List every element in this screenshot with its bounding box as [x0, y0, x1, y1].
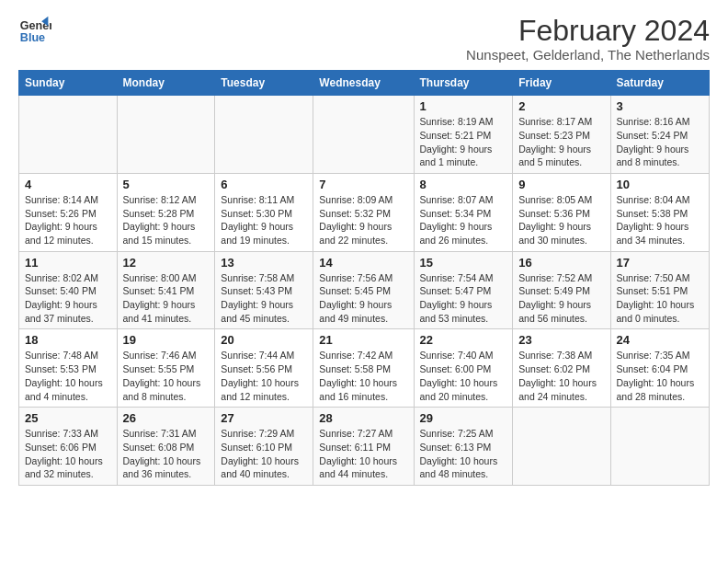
calendar-cell: 25Sunrise: 7:33 AM Sunset: 6:06 PM Dayli… [19, 408, 118, 486]
calendar-cell [117, 96, 215, 174]
day-number: 28 [319, 411, 407, 425]
calendar-cell: 27Sunrise: 7:29 AM Sunset: 6:10 PM Dayli… [215, 408, 313, 486]
day-info: Sunrise: 7:42 AM Sunset: 5:58 PM Dayligh… [319, 349, 407, 403]
day-number: 8 [420, 178, 507, 191]
day-number: 29 [420, 411, 507, 425]
calendar-cell [513, 408, 610, 486]
day-number: 21 [319, 333, 407, 347]
calendar-cell: 20Sunrise: 7:44 AM Sunset: 5:56 PM Dayli… [215, 329, 313, 408]
day-info: Sunrise: 8:07 AM Sunset: 5:34 PM Dayligh… [420, 193, 507, 247]
main-title: February 2024 [466, 15, 710, 47]
day-number: 1 [420, 99, 507, 113]
day-number: 11 [25, 256, 111, 270]
calendar-cell: 10Sunrise: 8:04 AM Sunset: 5:38 PM Dayli… [610, 173, 709, 251]
day-info: Sunrise: 7:40 AM Sunset: 6:00 PM Dayligh… [420, 349, 507, 403]
day-number: 7 [319, 178, 407, 191]
day-number: 15 [420, 256, 507, 270]
day-info: Sunrise: 7:38 AM Sunset: 6:02 PM Dayligh… [518, 349, 604, 403]
col-header-tuesday: Tuesday [215, 71, 313, 96]
calendar-cell: 9Sunrise: 8:05 AM Sunset: 5:36 PM Daylig… [513, 173, 610, 251]
calendar-cell: 4Sunrise: 8:14 AM Sunset: 5:26 PM Daylig… [19, 173, 118, 251]
day-info: Sunrise: 8:14 AM Sunset: 5:26 PM Dayligh… [25, 193, 111, 247]
day-info: Sunrise: 7:27 AM Sunset: 6:11 PM Dayligh… [319, 427, 407, 481]
calendar-cell: 21Sunrise: 7:42 AM Sunset: 5:58 PM Dayli… [313, 329, 414, 408]
day-info: Sunrise: 7:31 AM Sunset: 6:08 PM Dayligh… [123, 427, 210, 481]
logo-icon: General Blue [18, 15, 51, 48]
day-number: 14 [319, 256, 407, 270]
day-info: Sunrise: 8:12 AM Sunset: 5:28 PM Dayligh… [123, 193, 210, 247]
day-number: 19 [123, 333, 210, 347]
day-info: Sunrise: 8:02 AM Sunset: 5:40 PM Dayligh… [25, 271, 111, 326]
calendar-cell: 12Sunrise: 8:00 AM Sunset: 5:41 PM Dayli… [117, 251, 215, 329]
calendar-cell: 28Sunrise: 7:27 AM Sunset: 6:11 PM Dayli… [313, 408, 414, 486]
calendar-cell: 19Sunrise: 7:46 AM Sunset: 5:55 PM Dayli… [117, 329, 215, 408]
day-number: 27 [221, 411, 307, 425]
day-number: 5 [123, 178, 210, 191]
calendar-cell: 1Sunrise: 8:19 AM Sunset: 5:21 PM Daylig… [414, 96, 513, 174]
day-info: Sunrise: 7:25 AM Sunset: 6:13 PM Dayligh… [420, 427, 507, 481]
col-header-thursday: Thursday [414, 71, 513, 96]
day-info: Sunrise: 8:17 AM Sunset: 5:23 PM Dayligh… [518, 115, 604, 169]
day-number: 4 [25, 178, 111, 191]
calendar-cell: 24Sunrise: 7:35 AM Sunset: 6:04 PM Dayli… [610, 329, 709, 408]
day-info: Sunrise: 7:35 AM Sunset: 6:04 PM Dayligh… [617, 349, 703, 403]
calendar-cell [19, 96, 118, 174]
calendar-cell: 11Sunrise: 8:02 AM Sunset: 5:40 PM Dayli… [19, 251, 118, 329]
day-info: Sunrise: 8:09 AM Sunset: 5:32 PM Dayligh… [319, 193, 407, 247]
day-number: 22 [420, 333, 507, 347]
day-number: 2 [518, 99, 604, 113]
day-info: Sunrise: 7:29 AM Sunset: 6:10 PM Dayligh… [221, 427, 307, 481]
svg-text:Blue: Blue [20, 31, 45, 44]
col-header-saturday: Saturday [610, 71, 709, 96]
page-header: General Blue February 2024 Nunspeet, Gel… [18, 15, 710, 63]
day-info: Sunrise: 8:19 AM Sunset: 5:21 PM Dayligh… [420, 115, 507, 169]
calendar-cell [313, 96, 414, 174]
day-number: 23 [518, 333, 604, 347]
calendar-cell: 2Sunrise: 8:17 AM Sunset: 5:23 PM Daylig… [513, 96, 610, 174]
day-number: 6 [221, 178, 307, 191]
day-number: 16 [518, 256, 604, 270]
day-number: 10 [617, 178, 703, 191]
calendar-cell: 29Sunrise: 7:25 AM Sunset: 6:13 PM Dayli… [414, 408, 513, 486]
calendar-cell: 22Sunrise: 7:40 AM Sunset: 6:00 PM Dayli… [414, 329, 513, 408]
day-info: Sunrise: 8:04 AM Sunset: 5:38 PM Dayligh… [617, 193, 703, 247]
calendar-cell: 18Sunrise: 7:48 AM Sunset: 5:53 PM Dayli… [19, 329, 118, 408]
day-info: Sunrise: 7:56 AM Sunset: 5:45 PM Dayligh… [319, 271, 407, 326]
calendar-cell: 7Sunrise: 8:09 AM Sunset: 5:32 PM Daylig… [313, 173, 414, 251]
day-number: 24 [617, 333, 703, 347]
day-info: Sunrise: 7:50 AM Sunset: 5:51 PM Dayligh… [617, 271, 703, 326]
calendar-cell: 13Sunrise: 7:58 AM Sunset: 5:43 PM Dayli… [215, 251, 313, 329]
calendar-cell: 14Sunrise: 7:56 AM Sunset: 5:45 PM Dayli… [313, 251, 414, 329]
calendar-cell: 17Sunrise: 7:50 AM Sunset: 5:51 PM Dayli… [610, 251, 709, 329]
day-info: Sunrise: 7:58 AM Sunset: 5:43 PM Dayligh… [221, 271, 307, 326]
day-info: Sunrise: 8:05 AM Sunset: 5:36 PM Dayligh… [518, 193, 604, 247]
day-number: 12 [123, 256, 210, 270]
day-number: 13 [221, 256, 307, 270]
calendar-cell: 6Sunrise: 8:11 AM Sunset: 5:30 PM Daylig… [215, 173, 313, 251]
calendar-cell: 15Sunrise: 7:54 AM Sunset: 5:47 PM Dayli… [414, 251, 513, 329]
calendar-cell: 5Sunrise: 8:12 AM Sunset: 5:28 PM Daylig… [117, 173, 215, 251]
calendar-cell [215, 96, 313, 174]
subtitle: Nunspeet, Gelderland, The Netherlands [466, 47, 710, 63]
col-header-friday: Friday [513, 71, 610, 96]
title-area: February 2024 Nunspeet, Gelderland, The … [466, 15, 710, 63]
day-info: Sunrise: 7:48 AM Sunset: 5:53 PM Dayligh… [25, 349, 111, 403]
day-info: Sunrise: 8:16 AM Sunset: 5:24 PM Dayligh… [617, 115, 703, 169]
calendar-cell: 8Sunrise: 8:07 AM Sunset: 5:34 PM Daylig… [414, 173, 513, 251]
day-info: Sunrise: 7:44 AM Sunset: 5:56 PM Dayligh… [221, 349, 307, 403]
calendar-cell: 26Sunrise: 7:31 AM Sunset: 6:08 PM Dayli… [117, 408, 215, 486]
day-number: 9 [518, 178, 604, 191]
day-info: Sunrise: 7:33 AM Sunset: 6:06 PM Dayligh… [25, 427, 111, 481]
day-number: 25 [25, 411, 111, 425]
day-number: 20 [221, 333, 307, 347]
day-number: 18 [25, 333, 111, 347]
calendar-cell [610, 408, 709, 486]
calendar-table: SundayMondayTuesdayWednesdayThursdayFrid… [18, 70, 710, 486]
calendar-cell: 23Sunrise: 7:38 AM Sunset: 6:02 PM Dayli… [513, 329, 610, 408]
day-info: Sunrise: 7:52 AM Sunset: 5:49 PM Dayligh… [518, 271, 604, 326]
col-header-wednesday: Wednesday [313, 71, 414, 96]
day-number: 26 [123, 411, 210, 425]
col-header-monday: Monday [117, 71, 215, 96]
day-info: Sunrise: 8:00 AM Sunset: 5:41 PM Dayligh… [123, 271, 210, 326]
col-header-sunday: Sunday [19, 71, 118, 96]
